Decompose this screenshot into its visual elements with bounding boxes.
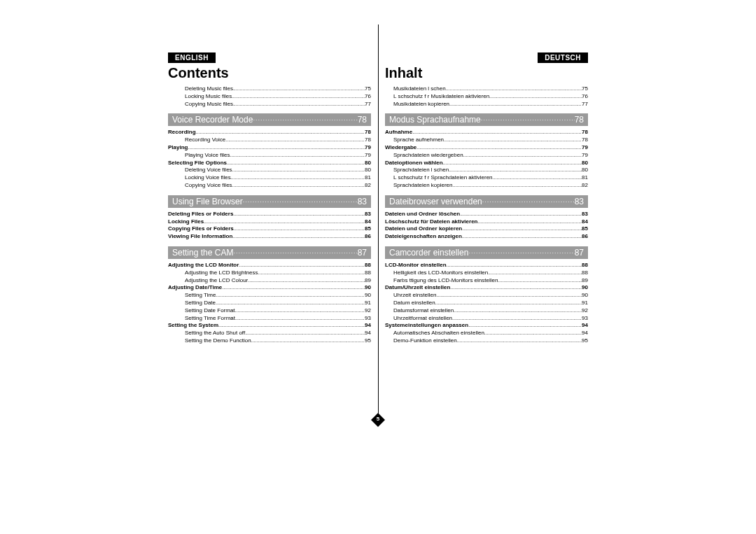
toc-entry: L schschutz f r Sprachdateien aktivieren… — [385, 174, 588, 182]
toc-entry: Setting Date............................… — [168, 300, 371, 307]
toc-entry-page: 79 — [582, 144, 588, 152]
toc-section-head: Modus Sprachaufnahme ...................… — [385, 113, 588, 126]
toc-dots: ........................................… — [230, 152, 365, 158]
toc-dots: ........................................… — [453, 182, 582, 188]
toc-dots: ........................................… — [251, 337, 365, 344]
toc-entry-page: 93 — [582, 315, 588, 323]
toc-entry: Copying Files or Folders................… — [168, 225, 371, 233]
toc-entry-page: 92 — [365, 307, 371, 315]
toc-entry-page: 83 — [582, 211, 588, 218]
toc-entry-page: 89 — [365, 277, 371, 285]
toc-dots: ........................................… — [446, 85, 582, 92]
toc-dots: ........................................… — [222, 284, 365, 290]
toc-entry-page: 90 — [365, 284, 371, 292]
toc-dots: ........................................… — [444, 136, 582, 143]
toc-section-title: Camcorder einstellen — [389, 248, 468, 258]
toc-entry-label: Demo-Funktion einstellen — [393, 337, 457, 345]
toc-entry-label: Sprache aufnehmen — [393, 136, 444, 144]
toc-section-page: 78 — [575, 115, 584, 125]
toc-entry: Aufnahme................................… — [385, 129, 588, 136]
toc-entry-label: Systemeinstellungen anpassen — [385, 322, 468, 330]
toc-entry-page: 78 — [582, 136, 588, 144]
toc-entry: Setting Time Format.....................… — [168, 315, 371, 323]
toc-dots: ........................................… — [412, 129, 582, 135]
toc-dots: ........................................… — [258, 269, 365, 276]
toc-entry-page: 94 — [582, 322, 588, 330]
toc-section-title: Modus Sprachaufnahme — [389, 115, 481, 125]
toc-entry: Sprache aufnehmen.......................… — [385, 136, 588, 144]
toc-section-dots: ........................................… — [481, 115, 575, 125]
toc-entry: Deleting Files or Folders...............… — [168, 211, 371, 218]
toc-section-dots: ........................................… — [233, 248, 357, 258]
toc-section-head: Setting the CAM ........................… — [168, 246, 371, 259]
toc-entry-page: 79 — [365, 144, 371, 152]
toc-dots: ........................................… — [239, 262, 365, 268]
toc-entry: Playing Voice files.....................… — [168, 152, 371, 160]
toc-entry-label: Setting Date — [185, 300, 216, 307]
toc-entry-label: Adjusting Date/Time — [168, 284, 222, 292]
language-tag-deutsch: DEUTSCH — [538, 52, 588, 63]
toc-dots: ........................................… — [463, 152, 582, 158]
toc-entry: Dateieigenschaften anzeigen.............… — [385, 233, 588, 241]
toc-entry-page: 78 — [365, 129, 371, 136]
toc-entry-label: Selecting File Options — [168, 160, 227, 167]
toc-entry-page: 88 — [365, 262, 371, 269]
toc-entry-label: Helligkeit des LCD-Monitors einstellen — [393, 269, 488, 277]
toc-dots: ........................................… — [245, 330, 365, 336]
toc-entry: Locking Files...........................… — [168, 218, 371, 226]
toc-entry: Setting Date Format.....................… — [168, 307, 371, 315]
toc-entry-page: 83 — [365, 211, 371, 218]
toc-entry: Setting the Demo Function...............… — [168, 337, 371, 345]
toc-entry-label: Aufnahme — [385, 129, 412, 136]
manual-page: ENGLISH Contents Deleting Music files...… — [161, 52, 595, 402]
toc-entry: Setting the System......................… — [168, 322, 371, 330]
toc-entry: Uhrzeitformat einstellen................… — [385, 315, 588, 323]
toc-entry-label: Adjusting the LCD Monitor — [168, 262, 239, 269]
toc-entry-page: 76 — [365, 93, 371, 101]
toc-dots: ........................................… — [443, 160, 582, 166]
toc-entry-label: Dateioptionen wählen — [385, 160, 443, 167]
toc-entry-page: 86 — [365, 233, 371, 241]
toc-entry-page: 84 — [582, 218, 588, 226]
toc-entry-label: Playing — [168, 144, 188, 152]
toc-entry-label: Uhrzeit einstellen — [393, 292, 436, 300]
toc-dots: ........................................… — [196, 129, 365, 135]
toc-body-right: Musikdateien l schen....................… — [385, 85, 588, 345]
toc-entry: LCD-Monitor einstellen..................… — [385, 262, 588, 269]
toc-dots: ........................................… — [462, 233, 582, 239]
toc-entry: Automatisches Abschalten einstellen.....… — [385, 330, 588, 337]
toc-entry-label: Copying Music files — [185, 101, 233, 108]
toc-dots: ........................................… — [488, 269, 582, 276]
toc-entry-label: Datum/Uhrzeit einstellen — [385, 284, 450, 292]
toc-entry-page: 76 — [582, 93, 588, 101]
language-tag-english: ENGLISH — [168, 52, 216, 63]
toc-entry-label: Setting Time Format — [185, 315, 235, 323]
toc-entry: Copying Voice files.....................… — [168, 182, 371, 190]
toc-dots: ........................................… — [449, 101, 582, 107]
toc-entry-page: 77 — [582, 101, 588, 108]
toc-dots: ........................................… — [227, 160, 365, 166]
toc-section-head: Camcorder einstellen ...................… — [385, 246, 588, 259]
toc-entry-page: 75 — [582, 85, 588, 93]
toc-entry-page: 79 — [582, 152, 588, 160]
toc-entry-label: L schschutz f r Musikdateien aktivieren — [393, 93, 489, 101]
toc-entry-label: Löschschutz für Dateien aktivieren — [385, 218, 477, 226]
toc-entry-label: Recording — [168, 129, 196, 136]
toc-entry-label: Viewing File Information — [168, 233, 232, 241]
toc-entry-label: Playing Voice files — [185, 152, 230, 160]
toc-dots: ........................................… — [450, 284, 582, 290]
toc-entry: Datumsformat einstellen.................… — [385, 307, 588, 315]
toc-dots: ........................................… — [449, 167, 582, 173]
toc-dots: ........................................… — [216, 292, 365, 298]
toc-entry-label: Datum einstellen — [393, 300, 435, 307]
toc-entry-page: 85 — [365, 225, 371, 233]
toc-section-head: Using File Browser .....................… — [168, 195, 371, 208]
toc-entry-page: 80 — [365, 167, 371, 174]
toc-entry: Musikdateien l schen....................… — [385, 85, 588, 93]
toc-entry: Sprachdateien wiedergeben...............… — [385, 152, 588, 160]
toc-entry: Setting the Auto Shut off...............… — [168, 330, 371, 337]
toc-entry: Adjusting the LCD Monitor...............… — [168, 262, 371, 269]
toc-section-dots: ........................................… — [253, 115, 357, 125]
toc-entry-page: 88 — [582, 262, 588, 269]
toc-entry-page: 90 — [582, 292, 588, 300]
